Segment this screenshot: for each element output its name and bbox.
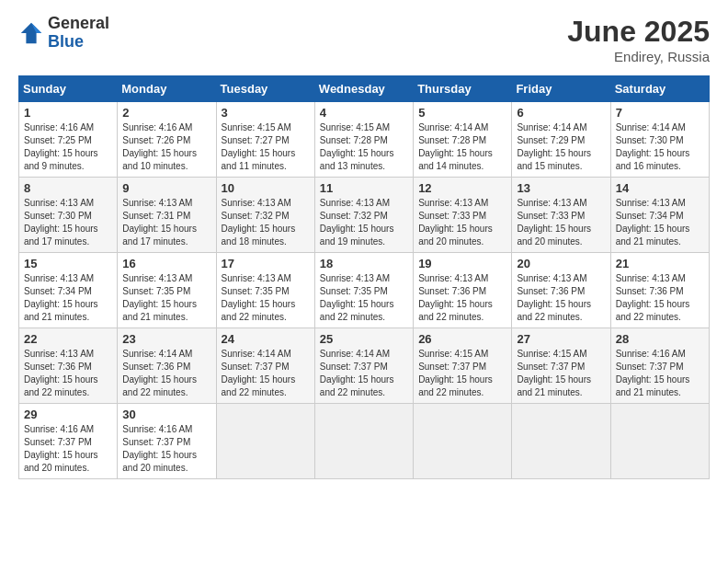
day-info: Sunrise: 4:16 AMSunset: 7:37 PMDaylight:…: [122, 424, 197, 473]
day-number: 28: [616, 332, 704, 346]
day-info: Sunrise: 4:14 AMSunset: 7:29 PMDaylight:…: [517, 122, 591, 171]
day-number: 4: [320, 106, 408, 120]
table-row: [512, 404, 610, 479]
day-info: Sunrise: 4:14 AMSunset: 7:37 PMDaylight:…: [320, 349, 394, 397]
calendar-table: Sunday Monday Tuesday Wednesday Thursday…: [18, 75, 710, 479]
day-number: 3: [222, 106, 310, 120]
table-row: 19 Sunrise: 4:13 AMSunset: 7:36 PMDaylig…: [414, 253, 512, 328]
day-number: 20: [517, 257, 605, 270]
logo-icon: [18, 20, 44, 46]
table-row: 2 Sunrise: 4:16 AMSunset: 7:26 PMDayligh…: [118, 102, 216, 178]
day-info: Sunrise: 4:15 AMSunset: 7:27 PMDaylight:…: [222, 122, 296, 171]
day-number: 2: [122, 106, 210, 120]
calendar-week-row: 29 Sunrise: 4:16 AMSunset: 7:37 PMDaylig…: [19, 404, 710, 479]
day-info: Sunrise: 4:14 AMSunset: 7:37 PMDaylight:…: [222, 349, 296, 397]
logo-general-text: General: [48, 15, 109, 33]
table-row: [216, 404, 314, 479]
table-row: 10 Sunrise: 4:13 AMSunset: 7:32 PMDaylig…: [216, 178, 314, 253]
location: Endirey, Russia: [567, 49, 710, 64]
table-row: 16 Sunrise: 4:13 AMSunset: 7:35 PMDaylig…: [118, 253, 216, 328]
day-info: Sunrise: 4:15 AMSunset: 7:28 PMDaylight:…: [320, 122, 394, 171]
day-info: Sunrise: 4:13 AMSunset: 7:36 PMDaylight:…: [616, 273, 690, 322]
day-number: 19: [418, 257, 506, 270]
table-row: 5 Sunrise: 4:14 AMSunset: 7:28 PMDayligh…: [414, 102, 512, 178]
table-row: [610, 404, 709, 479]
day-number: 7: [616, 106, 704, 120]
table-row: 24 Sunrise: 4:14 AMSunset: 7:37 PMDaylig…: [216, 328, 314, 404]
table-row: 3 Sunrise: 4:15 AMSunset: 7:27 PMDayligh…: [216, 102, 314, 178]
day-number: 11: [320, 181, 408, 195]
calendar-header-row: Sunday Monday Tuesday Wednesday Thursday…: [19, 76, 710, 102]
day-number: 26: [418, 332, 506, 346]
table-row: 18 Sunrise: 4:13 AMSunset: 7:35 PMDaylig…: [314, 253, 413, 328]
month-title: June 2025: [567, 15, 710, 49]
page: General Blue June 2025 Endirey, Russia S…: [0, 0, 728, 563]
day-number: 5: [418, 106, 506, 120]
day-number: 23: [122, 332, 210, 346]
day-info: Sunrise: 4:13 AMSunset: 7:35 PMDaylight:…: [222, 273, 296, 322]
day-number: 9: [122, 181, 210, 195]
day-info: Sunrise: 4:13 AMSunset: 7:35 PMDaylight:…: [122, 273, 197, 322]
day-info: Sunrise: 4:14 AMSunset: 7:30 PMDaylight:…: [616, 122, 690, 171]
table-row: 4 Sunrise: 4:15 AMSunset: 7:28 PMDayligh…: [314, 102, 413, 178]
day-info: Sunrise: 4:15 AMSunset: 7:37 PMDaylight:…: [517, 349, 591, 397]
day-info: Sunrise: 4:13 AMSunset: 7:36 PMDaylight:…: [418, 273, 493, 322]
table-row: 9 Sunrise: 4:13 AMSunset: 7:31 PMDayligh…: [118, 178, 216, 253]
day-info: Sunrise: 4:13 AMSunset: 7:33 PMDaylight:…: [418, 198, 493, 247]
day-number: 22: [24, 332, 112, 346]
day-number: 17: [222, 257, 310, 270]
day-info: Sunrise: 4:13 AMSunset: 7:36 PMDaylight:…: [517, 273, 591, 322]
day-info: Sunrise: 4:16 AMSunset: 7:37 PMDaylight:…: [616, 349, 690, 397]
table-row: [414, 404, 512, 479]
table-row: 17 Sunrise: 4:13 AMSunset: 7:35 PMDaylig…: [216, 253, 314, 328]
col-friday: Friday: [512, 76, 610, 102]
day-number: 21: [616, 257, 704, 270]
col-wednesday: Wednesday: [314, 76, 413, 102]
day-number: 27: [517, 332, 605, 346]
table-row: 8 Sunrise: 4:13 AMSunset: 7:30 PMDayligh…: [19, 178, 118, 253]
day-info: Sunrise: 4:13 AMSunset: 7:35 PMDaylight:…: [320, 273, 394, 322]
day-number: 6: [517, 106, 605, 120]
day-info: Sunrise: 4:13 AMSunset: 7:36 PMDaylight:…: [24, 349, 98, 397]
logo-text: General Blue: [48, 15, 109, 52]
title-block: June 2025 Endirey, Russia: [567, 15, 710, 64]
day-number: 10: [222, 181, 310, 195]
col-thursday: Thursday: [414, 76, 512, 102]
table-row: [314, 404, 413, 479]
calendar-week-row: 8 Sunrise: 4:13 AMSunset: 7:30 PMDayligh…: [19, 178, 710, 253]
day-number: 15: [24, 257, 112, 270]
table-row: 23 Sunrise: 4:14 AMSunset: 7:36 PMDaylig…: [118, 328, 216, 404]
calendar-week-row: 22 Sunrise: 4:13 AMSunset: 7:36 PMDaylig…: [19, 328, 710, 404]
table-row: 7 Sunrise: 4:14 AMSunset: 7:30 PMDayligh…: [610, 102, 709, 178]
calendar-week-row: 15 Sunrise: 4:13 AMSunset: 7:34 PMDaylig…: [19, 253, 710, 328]
table-row: 15 Sunrise: 4:13 AMSunset: 7:34 PMDaylig…: [19, 253, 118, 328]
table-row: 29 Sunrise: 4:16 AMSunset: 7:37 PMDaylig…: [19, 404, 118, 479]
table-row: 13 Sunrise: 4:13 AMSunset: 7:33 PMDaylig…: [512, 178, 610, 253]
table-row: 12 Sunrise: 4:13 AMSunset: 7:33 PMDaylig…: [414, 178, 512, 253]
table-row: 20 Sunrise: 4:13 AMSunset: 7:36 PMDaylig…: [512, 253, 610, 328]
day-number: 12: [418, 181, 506, 195]
day-number: 14: [616, 181, 704, 195]
day-number: 25: [320, 332, 408, 346]
day-info: Sunrise: 4:13 AMSunset: 7:34 PMDaylight:…: [24, 273, 98, 322]
col-sunday: Sunday: [19, 76, 118, 102]
table-row: 6 Sunrise: 4:14 AMSunset: 7:29 PMDayligh…: [512, 102, 610, 178]
table-row: 21 Sunrise: 4:13 AMSunset: 7:36 PMDaylig…: [610, 253, 709, 328]
day-info: Sunrise: 4:13 AMSunset: 7:34 PMDaylight:…: [616, 198, 690, 247]
day-number: 16: [122, 257, 210, 270]
day-number: 24: [222, 332, 310, 346]
day-info: Sunrise: 4:13 AMSunset: 7:32 PMDaylight:…: [320, 198, 394, 247]
table-row: 11 Sunrise: 4:13 AMSunset: 7:32 PMDaylig…: [314, 178, 413, 253]
day-info: Sunrise: 4:13 AMSunset: 7:30 PMDaylight:…: [24, 198, 98, 247]
calendar-week-row: 1 Sunrise: 4:16 AMSunset: 7:25 PMDayligh…: [19, 102, 710, 178]
col-tuesday: Tuesday: [216, 76, 314, 102]
day-info: Sunrise: 4:16 AMSunset: 7:37 PMDaylight:…: [24, 424, 98, 473]
table-row: 28 Sunrise: 4:16 AMSunset: 7:37 PMDaylig…: [610, 328, 709, 404]
day-number: 29: [24, 408, 112, 421]
day-number: 8: [24, 181, 112, 195]
logo: General Blue: [18, 15, 109, 52]
day-info: Sunrise: 4:14 AMSunset: 7:36 PMDaylight:…: [122, 349, 197, 397]
day-info: Sunrise: 4:16 AMSunset: 7:26 PMDaylight:…: [122, 122, 197, 171]
table-row: 25 Sunrise: 4:14 AMSunset: 7:37 PMDaylig…: [314, 328, 413, 404]
table-row: 27 Sunrise: 4:15 AMSunset: 7:37 PMDaylig…: [512, 328, 610, 404]
